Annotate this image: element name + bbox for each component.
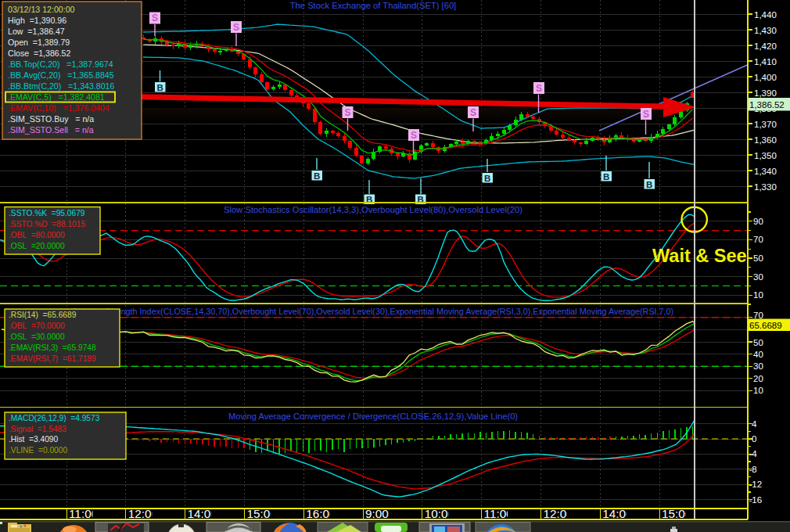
svg-text:.EMAV(C,10) =1,376.0404: .EMAV(C,10) =1,376.0404	[8, 103, 110, 113]
svg-text:S: S	[470, 107, 476, 118]
svg-text:1,386.52: 1,386.52	[749, 100, 785, 110]
svg-text:.OSL =30.0000: .OSL =30.0000	[9, 332, 65, 341]
svg-text:9:00: 9:00	[365, 507, 389, 520]
svg-text:1,350: 1,350	[754, 151, 777, 160]
svg-text:50: 50	[753, 338, 763, 347]
svg-text:.Signal =1.5483: .Signal =1.5483	[9, 425, 66, 433]
svg-text:-8: -8	[749, 465, 757, 474]
svg-text:10: 10	[753, 290, 763, 300]
svg-text:-12: -12	[749, 480, 763, 489]
svg-text:.BB.Btm(C,20) =1,343.8016: .BB.Btm(C,20) =1,343.8016	[8, 81, 114, 91]
svg-text:B: B	[484, 174, 490, 183]
svg-text:30: 30	[753, 361, 763, 371]
svg-text:B: B	[314, 171, 320, 181]
svg-text:.BB.Avg(C,20) =1,365.8845: .BB.Avg(C,20) =1,365.8845	[8, 70, 114, 80]
svg-text:03/12/13 12:00:00: 03/12/13 12:00:00	[8, 5, 75, 14]
svg-text:4: 4	[752, 419, 757, 429]
svg-text:.RSI(14) =65.6689: .RSI(14) =65.6689	[9, 311, 77, 319]
svg-text:.SSTO.%K =95.0679: .SSTO.%K =95.0679	[9, 209, 85, 217]
svg-text:S: S	[233, 22, 239, 33]
svg-text:.MACD(26,12,9) =4.9573: .MACD(26,12,9) =4.9573	[9, 414, 100, 422]
svg-text:1,410: 1,410	[754, 57, 777, 66]
svg-text:.SIM_SSTO.Buy = n/a: .SIM_SSTO.Buy = n/a	[8, 114, 94, 124]
svg-text:S: S	[536, 83, 542, 94]
svg-text:B: B	[157, 83, 163, 92]
svg-text:1,430: 1,430	[754, 26, 777, 35]
svg-text:.VLINE =0.0000: .VLINE =0.0000	[9, 446, 67, 455]
svg-text:70: 70	[753, 311, 763, 320]
svg-text:S: S	[411, 130, 417, 141]
svg-text:1,420: 1,420	[754, 41, 777, 51]
svg-text:The Stock Exchange of Thailand: The Stock Exchange of Thailand(SET) [60]	[290, 1, 456, 10]
svg-text:1,340: 1,340	[754, 167, 777, 176]
svg-text:-16: -16	[749, 495, 763, 505]
svg-text:Relative Strength Index(CLOSE,: Relative Strength Index(CLOSE,14,30,70),…	[73, 307, 673, 316]
svg-text:.BB.Top(C,20) =1,387.9674: .BB.Top(C,20) =1,387.9674	[8, 59, 113, 69]
svg-text:S: S	[643, 109, 649, 120]
svg-text:Low =1,386.47: Low =1,386.47	[8, 27, 65, 36]
svg-text:30: 30	[753, 272, 763, 282]
svg-text:.SSTO.%D =88.1015: .SSTO.%D =88.1015	[9, 220, 85, 228]
svg-text:.OBL =70.0000: .OBL =70.0000	[9, 322, 65, 330]
svg-text:.OSL =20.0000: .OSL =20.0000	[9, 242, 65, 250]
svg-text:Wait & See: Wait & See	[652, 246, 747, 266]
svg-text:.EMAV(RSI,3) =65.9748: .EMAV(RSI,3) =65.9748	[9, 343, 96, 352]
svg-text:S: S	[344, 107, 350, 118]
svg-text:B: B	[603, 172, 609, 182]
svg-text:1,390: 1,390	[754, 88, 777, 98]
svg-text:High =1,390.96: High =1,390.96	[8, 16, 66, 25]
svg-text:Slow Stochastics Oscillator(14: Slow Stochastics Oscillator(14,3,3),Over…	[224, 205, 522, 214]
svg-text:1,360: 1,360	[754, 135, 777, 145]
svg-text:B: B	[646, 180, 652, 189]
svg-text:40: 40	[753, 350, 763, 359]
svg-text:1,330: 1,330	[754, 182, 777, 192]
svg-text:.SIM_SSTO.Sell = n/a: .SIM_SSTO.Sell = n/a	[8, 125, 94, 135]
svg-text:90: 90	[753, 217, 763, 226]
svg-text:1,400: 1,400	[754, 73, 777, 82]
svg-text:.Hist =3.4090: .Hist =3.4090	[9, 435, 58, 444]
svg-text:0: 0	[752, 434, 756, 444]
svg-text:10: 10	[753, 386, 763, 395]
svg-text:-4: -4	[749, 449, 758, 458]
svg-text:.OBL =80.0000: .OBL =80.0000	[9, 231, 65, 239]
svg-text:1,370: 1,370	[754, 120, 777, 129]
svg-text:70: 70	[753, 235, 763, 244]
svg-text:S: S	[152, 13, 158, 23]
svg-text:.EMAV(RSI,7) =61.7189: .EMAV(RSI,7) =61.7189	[9, 354, 96, 363]
svg-text:.EMAV(C,5) =1,382.4081: .EMAV(C,5) =1,382.4081	[8, 92, 105, 102]
svg-text:Open =1,389.79: Open =1,389.79	[8, 38, 70, 47]
svg-text:Moving Average Convergence / D: Moving Average Convergence / Divergence(…	[228, 412, 518, 421]
svg-text:Close =1,386.52: Close =1,386.52	[8, 49, 71, 58]
svg-text:1,440: 1,440	[754, 10, 777, 20]
svg-text:20: 20	[753, 374, 763, 383]
svg-text:50: 50	[753, 253, 763, 263]
svg-text:65.6689: 65.6689	[749, 321, 782, 330]
